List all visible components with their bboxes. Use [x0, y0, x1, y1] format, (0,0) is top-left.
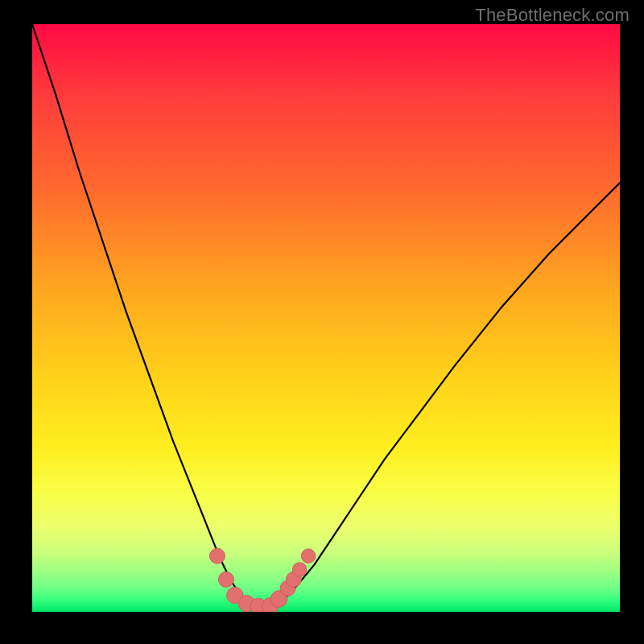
curve-marker: [292, 563, 307, 577]
curve-marker: [209, 548, 225, 564]
watermark-text: TheBottleneck.com: [475, 5, 630, 26]
curve-marker: [218, 572, 233, 587]
curve-marker: [301, 549, 316, 564]
plot-area: [32, 24, 620, 612]
curve-markers: [209, 548, 315, 612]
chart-frame: TheBottleneck.com: [0, 0, 644, 644]
curve-svg: [32, 24, 620, 612]
bottleneck-curve: [32, 24, 620, 608]
